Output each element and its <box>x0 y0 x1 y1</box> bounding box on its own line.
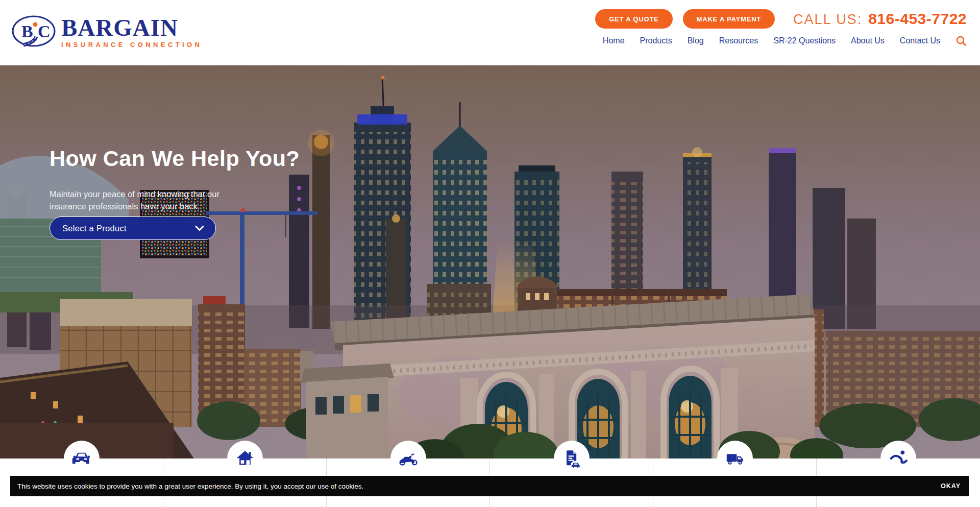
select-a-product-dropdown[interactable]: Select a Product <box>50 216 216 240</box>
sr22-document-icon <box>561 448 582 469</box>
call-us-phone-link[interactable]: CALL US: 816-453-7722 <box>793 10 967 28</box>
logo-tagline: INSURANCE CONNECTION <box>61 41 202 49</box>
slip-and-fall-icon <box>888 448 909 469</box>
cookie-message: This website uses cookies to provide you… <box>17 482 363 490</box>
svg-text:B: B <box>21 22 33 41</box>
make-a-payment-button[interactable]: MAKE A PAYMENT <box>683 9 775 29</box>
call-us-label: CALL US: <box>793 12 862 28</box>
commercial-truck-icon <box>725 448 745 469</box>
home-icon <box>235 448 255 469</box>
nav-item-sr22-questions[interactable]: SR-22 Questions <box>773 36 836 45</box>
hero-background-cityscape <box>0 65 980 458</box>
logo-name: BARGAIN <box>61 16 202 39</box>
chevron-down-icon <box>195 225 204 231</box>
header-actions: GET A QUOTE MAKE A PAYMENT CALL US: 816-… <box>595 9 967 29</box>
nav-item-resources[interactable]: Resources <box>719 36 758 45</box>
nav-item-about-us[interactable]: About Us <box>851 36 885 45</box>
nav-item-products[interactable]: Products <box>640 36 672 45</box>
select-a-product-label: Select a Product <box>62 224 127 233</box>
main-navigation: Home Products Blog Resources SR-22 Quest… <box>595 35 967 46</box>
header-right: GET A QUOTE MAKE A PAYMENT CALL US: 816-… <box>595 9 967 46</box>
get-a-quote-button[interactable]: GET A QUOTE <box>595 9 672 29</box>
nav-item-blog[interactable]: Blog <box>688 36 704 45</box>
page: B C BARGAIN INSURANCE CONNECTION GET A Q… <box>0 0 980 507</box>
svg-text:C: C <box>38 22 51 41</box>
hero-section: How Can We Help You? Maintain your peace… <box>0 65 980 458</box>
nav-item-contact-us[interactable]: Contact Us <box>900 36 940 45</box>
motorcycle-icon <box>398 448 419 469</box>
phone-number: 816-453-7722 <box>868 10 967 28</box>
company-logo[interactable]: B C BARGAIN INSURANCE CONNECTION <box>11 14 202 49</box>
nav-item-home[interactable]: Home <box>603 36 625 45</box>
cookie-banner: This website uses cookies to provide you… <box>10 476 969 496</box>
cookie-okay-button[interactable]: OKAY <box>941 482 961 490</box>
site-header: B C BARGAIN INSURANCE CONNECTION GET A Q… <box>0 0 980 65</box>
logo-emblem-icon: B C <box>11 14 56 48</box>
search-icon[interactable] <box>955 35 967 46</box>
car-icon <box>71 448 92 469</box>
hero-subtitle: Maintain your peace of mind knowing that… <box>50 188 254 212</box>
hero-title: How Can We Help You? <box>50 146 509 171</box>
